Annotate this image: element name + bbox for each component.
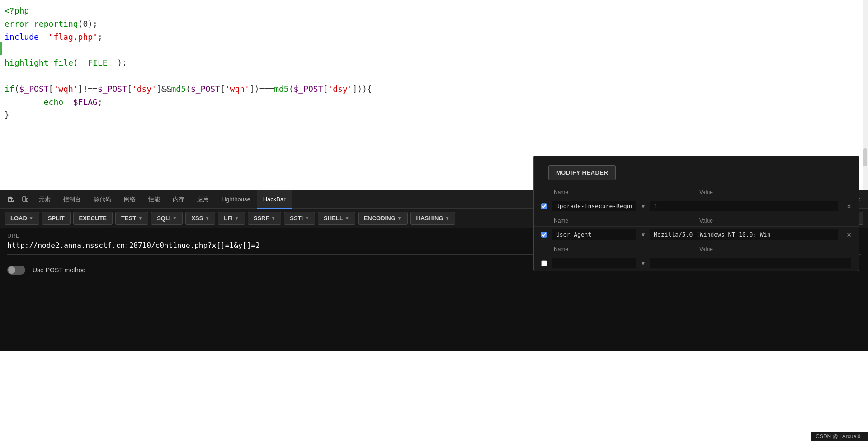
- header2-name-chevron[interactable]: ▼: [642, 232, 645, 238]
- svg-rect-1: [26, 199, 28, 202]
- xss-button[interactable]: XSS ▼: [185, 212, 215, 225]
- name-col-label-2: Name: [554, 218, 568, 224]
- ssti-button[interactable]: SSTI ▼: [284, 212, 315, 225]
- shell-chevron: ▼: [345, 216, 349, 221]
- hackbar-body: Use POST method MODIFY HEADER Name Value…: [0, 260, 868, 351]
- ssti-chevron: ▼: [305, 216, 309, 221]
- test-button[interactable]: TEST ▼: [115, 212, 148, 225]
- tab-lighthouse[interactable]: Lighthouse: [215, 190, 257, 209]
- header3-name-input[interactable]: [552, 258, 636, 268]
- header3-name-chevron[interactable]: ▼: [642, 260, 645, 266]
- header-column-labels-1: Name Value: [534, 185, 859, 198]
- header1-close-icon[interactable]: ✕: [847, 202, 851, 210]
- code-line-6: [5, 70, 868, 83]
- name-col-label-3: Name: [554, 246, 568, 252]
- tab-performance[interactable]: 性能: [142, 190, 166, 209]
- code-line-1: <?php: [5, 5, 868, 18]
- header2-value-input[interactable]: [650, 229, 838, 240]
- devtools-inspect-icon[interactable]: [4, 192, 18, 207]
- code-string: "flag.php": [49, 31, 98, 44]
- header-column-labels-3: Name Value: [534, 242, 859, 255]
- encoding-button[interactable]: ENCODING ▼: [358, 212, 408, 225]
- shell-button[interactable]: SHELL ▼: [318, 212, 355, 225]
- code-text: <?php: [5, 5, 29, 18]
- code-line-2: error_reporting(0);: [5, 18, 868, 31]
- hashing-chevron: ▼: [445, 216, 450, 221]
- header-row-3: ▼: [534, 255, 859, 271]
- header-row-2: ▼ ✕: [534, 226, 859, 242]
- encoding-chevron: ▼: [397, 216, 402, 221]
- modify-header-button[interactable]: MODIFY HEADER: [548, 165, 616, 180]
- sqli-chevron: ▼: [172, 216, 177, 221]
- name-col-label: Name: [554, 189, 568, 195]
- ssrf-chevron: ▼: [271, 216, 275, 221]
- load-button[interactable]: LOAD ▼: [5, 212, 39, 225]
- code-line-3: include "flag.php" ;: [5, 31, 868, 44]
- header2-close-icon[interactable]: ✕: [847, 230, 851, 239]
- hashing-button[interactable]: HASHING ▼: [410, 212, 456, 225]
- header-row-1: ▼ ✕: [534, 198, 859, 214]
- code-keyword: include: [5, 31, 39, 44]
- header3-checkbox[interactable]: [541, 260, 547, 267]
- ssrf-button[interactable]: SSRF ▼: [248, 212, 282, 225]
- status-bar-text: CSDN @ | Arcueid |: [816, 433, 863, 440]
- post-method-toggle[interactable]: [7, 266, 25, 275]
- tab-network[interactable]: 网络: [118, 190, 142, 209]
- code-line-7: if($_POST['wqh']!==$_POST['dsy']&&md5($_…: [5, 83, 868, 96]
- status-bar: CSDN @ | Arcueid |: [811, 432, 868, 441]
- tab-elements[interactable]: 元素: [33, 190, 57, 209]
- header2-name-input[interactable]: [552, 229, 636, 240]
- header1-name-chevron[interactable]: ▼: [642, 203, 645, 209]
- green-bar: [0, 42, 2, 55]
- code-line-8: echo $FLAG;: [5, 96, 868, 109]
- code-line-4: [5, 43, 868, 57]
- execute-button[interactable]: EXECUTE: [73, 212, 113, 225]
- header3-value-input[interactable]: [650, 258, 851, 268]
- svg-rect-0: [23, 197, 26, 201]
- code-text: error_reporting: [5, 18, 78, 31]
- tab-memory[interactable]: 内存: [166, 190, 191, 209]
- value-col-label: Value: [699, 189, 713, 195]
- tab-sources[interactable]: 源代码: [87, 190, 118, 209]
- code-text: highlight_file: [5, 57, 73, 70]
- header1-checkbox[interactable]: [541, 203, 547, 210]
- tab-hackbar[interactable]: HackBar: [257, 190, 292, 209]
- scrollbar[interactable]: [863, 0, 868, 190]
- tab-application[interactable]: 应用: [191, 190, 215, 209]
- code-line-5: highlight_file(__FILE__);: [5, 57, 868, 70]
- test-chevron: ▼: [138, 216, 142, 221]
- header2-checkbox[interactable]: [541, 231, 547, 238]
- post-method-label: Use POST method: [33, 266, 85, 274]
- modify-header-panel: MODIFY HEADER Name Value ▼ ✕ Name Value: [533, 156, 859, 271]
- lfi-button[interactable]: LFI ▼: [218, 212, 245, 225]
- header1-value-input[interactable]: [650, 201, 838, 211]
- sqli-button[interactable]: SQLI ▼: [151, 212, 183, 225]
- load-chevron: ▼: [29, 216, 33, 221]
- header-column-labels-2: Name Value: [534, 214, 859, 226]
- code-line-9: }: [5, 109, 868, 122]
- header1-name-input[interactable]: [552, 201, 636, 211]
- xss-chevron: ▼: [205, 216, 209, 221]
- lfi-chevron: ▼: [235, 216, 239, 221]
- split-button[interactable]: SPLIT: [42, 212, 71, 225]
- value-col-label-3: Value: [699, 246, 713, 252]
- devtools-device-icon[interactable]: [18, 192, 33, 207]
- tab-console[interactable]: 控制台: [57, 190, 87, 209]
- value-col-label-2: Value: [699, 218, 713, 224]
